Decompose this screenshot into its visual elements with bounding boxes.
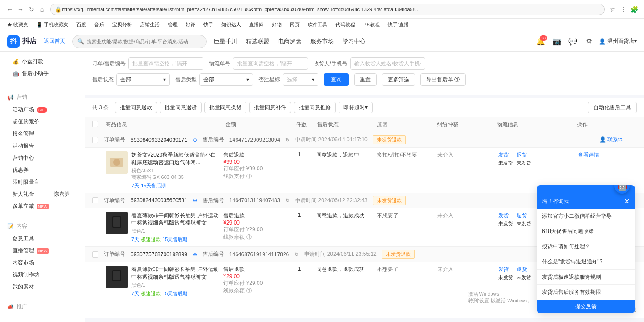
batch-timeout[interactable]: 即将超时▾ [339, 102, 373, 113]
chat-item-2[interactable]: 投诉申请如何处理？ [537, 239, 635, 254]
store-name[interactable]: 👤 温州百货店▾ [599, 38, 637, 45]
message-btn[interactable]: 💬 [567, 35, 579, 48]
back-btn[interactable]: ← [5, 5, 14, 14]
chat-close-btn[interactable]: ✕ [624, 198, 630, 205]
chat-feedback-btn[interactable]: 提交反馈 [537, 300, 635, 313]
scan-btn[interactable]: 📷 [551, 35, 563, 48]
bookmark-software[interactable]: 软件工具 [304, 21, 331, 29]
auto-tool-button[interactable]: 自动化售后工具 [588, 102, 637, 113]
sidebar-item-assistant[interactable]: 🤖 售后小助手 [0, 68, 85, 80]
contact-input[interactable] [350, 57, 425, 70]
sidebar-item-xianshu[interactable]: 限时限量盲 [0, 176, 47, 188]
contact-btn-1[interactable]: 👤 联系ta [599, 136, 623, 144]
sidebar-item-chaozhi[interactable]: 超值购竞价 [0, 116, 85, 128]
select-all-checkbox[interactable] [92, 121, 98, 127]
nav-jingxuan[interactable]: 精选联盟 [246, 38, 269, 46]
sidebar-item-duodanlijian[interactable]: 多单立减 NEW [0, 200, 56, 212]
bookmark-favorites[interactable]: ★ 收藏夹 [4, 21, 32, 29]
bookmark-shop[interactable]: 店铺生活 [136, 21, 163, 29]
nav-luopan[interactable]: 电商罗盘 [278, 38, 301, 46]
copy-icon-2[interactable]: ⊕ [193, 197, 197, 203]
extension-btn[interactable]: 🧩 [630, 5, 639, 14]
header-search[interactable]: 🔍 [72, 35, 207, 48]
bookmark-web[interactable]: 网页 [286, 21, 303, 29]
logistics-send-btn-2[interactable]: 发货 [498, 212, 513, 220]
reset-button[interactable]: 重置 [354, 73, 377, 86]
bookmark-streams[interactable]: 快手/直播 [384, 21, 412, 29]
logistics-return-btn-3[interactable]: 退货 [517, 266, 531, 273]
batch-agree-exchange[interactable]: 批量同意换货 [204, 102, 246, 113]
logistics-return-btn-1[interactable]: 退货 [517, 151, 531, 159]
refresh-icon-1[interactable]: ↻ [285, 137, 290, 143]
sidebar-item-content-market[interactable]: 内容市场 [0, 257, 85, 269]
refresh-icon-2[interactable]: ↻ [285, 197, 290, 203]
chat-item-0[interactable]: 添加官方小二微信群经营指导 [537, 209, 635, 224]
settings-icon[interactable]: ⚙ [583, 35, 595, 48]
shipping-input[interactable] [233, 57, 308, 70]
notification-btn[interactable]: 🔔13 [534, 35, 547, 48]
sidebar-item-video[interactable]: 视频制作坊 [0, 269, 85, 281]
sidebar-item-creative[interactable]: 创意工具 [0, 233, 85, 245]
tag-kuaisu-2[interactable]: 极速退款 [141, 236, 161, 243]
sidebar-item-youhui[interactable]: 优惠券 [0, 164, 85, 176]
logistics-send-btn-3[interactable]: 发货 [498, 266, 513, 273]
nav-fuwu[interactable]: 服务市场 [310, 38, 334, 46]
logistics-send-btn-1[interactable]: 发货 [498, 151, 513, 159]
export-button[interactable]: 导出售后单 ① [420, 73, 466, 86]
search-input[interactable] [87, 39, 202, 44]
sidebar-item-live-manage[interactable]: 直播管理 NEW [0, 245, 85, 257]
sidebar-item-activity[interactable]: 活动广场 60+ [0, 104, 85, 116]
nav-xuexi[interactable]: 学习中心 [343, 38, 366, 46]
copy-icon-1[interactable]: ⊕ [193, 137, 197, 143]
order-3-checkbox[interactable] [92, 251, 98, 258]
order-1-checkbox[interactable] [92, 137, 98, 143]
tag-15day-1[interactable]: 15天售后期 [141, 182, 166, 189]
nav-jiliang[interactable]: 巨量千川 [214, 38, 237, 46]
bookmark-code[interactable]: 代码教程 [332, 21, 359, 29]
bookmark-analysis[interactable]: 宝贝分析 [109, 21, 136, 29]
settings-btn[interactable]: ⋮ [619, 5, 628, 14]
sidebar-item-my-material[interactable]: 我的素材 [0, 281, 85, 293]
tag-7day-3[interactable]: 7天 [131, 290, 139, 297]
refresh-btn[interactable]: ↻ [27, 5, 36, 14]
tag-7day-1[interactable]: 7天 [131, 182, 139, 189]
sidebar-item-activity-report[interactable]: 活动报告 [0, 140, 85, 152]
home-btn[interactable]: ⌂ [38, 5, 47, 14]
tag-15day-3[interactable]: 15天售后期 [162, 290, 187, 297]
bookmark-live[interactable]: 直播间 [246, 21, 267, 29]
chat-item-5[interactable]: 发货后售后服务有效期限 [537, 285, 635, 300]
view-detail-link-1[interactable]: 查看详情 [578, 151, 635, 159]
bookmark-reviews[interactable]: 好评 [182, 21, 199, 29]
search-button[interactable]: 查询 [324, 73, 349, 86]
sidebar-item-dazhangkuan[interactable]: 💰 小盘打款 [0, 55, 85, 68]
bookmark-ps[interactable]: PS教程 [360, 21, 383, 29]
bookmark-manage[interactable]: 管理 [164, 21, 181, 29]
refresh-icon-3[interactable]: ↻ [294, 251, 299, 258]
batch-agree-repair[interactable]: 批量同意推修 [294, 102, 336, 113]
logistics-return-btn-2[interactable]: 退货 [517, 212, 531, 220]
bookmark-baidu[interactable]: 百度 [73, 21, 90, 29]
order-2-checkbox[interactable] [92, 197, 98, 203]
chat-item-3[interactable]: 什么是"发货待退退通知"? [537, 254, 635, 270]
chat-item-4[interactable]: 发货后极速退款服务规则 [537, 270, 635, 285]
sidebar-item-xinren[interactable]: 新人礼金 [0, 188, 41, 200]
bookmark-products[interactable]: 好物 [268, 21, 285, 29]
batch-agree-return[interactable]: 批量同意退货 [160, 102, 202, 113]
sidebar-item-baoming[interactable]: 报名管理 [0, 128, 85, 140]
more-filter-button[interactable]: 更多筛选 [382, 73, 415, 86]
status-select[interactable]: 全部 ▾ [116, 73, 170, 86]
star-btn[interactable]: ☆ [608, 5, 617, 14]
address-bar[interactable]: 🔒 https://fxg.jinritemai.com/ffa/mafters… [50, 4, 605, 15]
sidebar-item-jingxi[interactable]: 惊喜券 [41, 188, 77, 200]
bookmark-kuaishou[interactable]: 快手 [200, 21, 217, 29]
bookmark-knowledge[interactable]: 知识达人 [218, 21, 245, 29]
tag-kuaisu-3[interactable]: 极速退款 [141, 290, 161, 297]
batch-agree-refund[interactable]: 批量同意退款 [115, 102, 157, 113]
tag-15day-2[interactable]: 15天售后期 [162, 236, 187, 243]
star-select[interactable]: 选择 ▾ [283, 73, 318, 86]
type-select[interactable]: 全部 ▾ [199, 73, 253, 86]
back-to-home[interactable]: 返回首页 [44, 38, 65, 45]
more-action-1[interactable]: ⋯ [631, 137, 637, 143]
sidebar-item-yingxiao[interactable]: 营销中心 [0, 152, 85, 164]
batch-agree-supplement[interactable]: 批量同意补件 [249, 102, 291, 113]
